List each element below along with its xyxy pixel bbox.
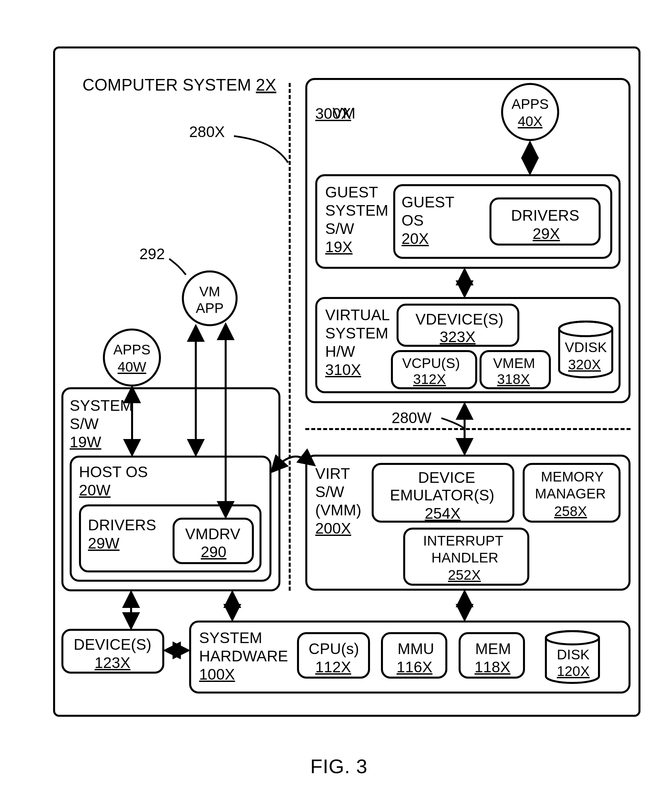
- guest-sw-l1: GUEST: [325, 183, 378, 201]
- vhw-ref: 310X: [325, 361, 361, 378]
- sys-sw-l2: S/W: [70, 415, 99, 433]
- guest-os-ref: 20X: [402, 230, 429, 247]
- guest-sw-l3: S/W: [325, 220, 354, 238]
- figure-caption: FIG. 3: [310, 755, 368, 778]
- disk-ref: 120X: [557, 663, 590, 679]
- syshw-l1: SYSTEM: [199, 629, 262, 647]
- devices-l1: DEVICE(S): [74, 635, 151, 653]
- syshw-ref: 100X: [199, 665, 235, 683]
- apps-40x-ref: 40X: [503, 113, 557, 129]
- mmu-ref: 116X: [397, 658, 432, 676]
- vm-app-circle: VM APP: [182, 271, 238, 326]
- inth-l2: HANDLER: [431, 550, 498, 566]
- vmem-l1: VMEM: [493, 355, 535, 372]
- guest-sw-l2: SYSTEM: [325, 202, 388, 219]
- computer-system-ref: 2X: [256, 76, 276, 94]
- guest-sw-ref: 19X: [325, 238, 352, 256]
- vmm-ref: 200X: [315, 519, 351, 537]
- vcpus-l1: VCPU(S): [402, 355, 460, 372]
- hostos-l1: HOST OS: [79, 463, 148, 481]
- hostos-ref: 20W: [79, 481, 111, 499]
- computer-system-label: COMPUTER SYSTEM: [82, 76, 251, 94]
- callout-280w: 280W: [392, 409, 431, 427]
- callout-280x: 280X: [189, 123, 225, 141]
- vdisk-l1: VDISK: [565, 339, 607, 356]
- vmem-ref: 318X: [497, 371, 530, 388]
- vdisk-ref: 320X: [568, 356, 601, 373]
- drivers-29x-l1: DRIVERS: [511, 207, 580, 224]
- vdevices-l1: VDEVICE(S): [415, 310, 503, 328]
- vmm-l3: (VMM): [315, 501, 361, 519]
- vhw-l3: H/W: [325, 343, 355, 360]
- vhw-l1: VIRTUAL: [325, 306, 390, 324]
- sys-sw-l1: SYSTEM: [70, 397, 133, 414]
- vmm-l1: VIRT: [315, 464, 350, 482]
- sys-sw-ref: 19W: [70, 433, 101, 451]
- vmapp-l2: APP: [184, 300, 235, 316]
- cpus-l1: CPU(s): [309, 640, 359, 658]
- apps-40w-circle: APPS 40W: [103, 328, 161, 387]
- mem-ref: 118X: [474, 658, 510, 676]
- horizontal-divider-280w: [305, 428, 630, 430]
- vdevices-ref: 323X: [440, 328, 476, 346]
- guest-os-l1: GUEST: [402, 193, 454, 211]
- callout-292: 292: [140, 245, 165, 263]
- devices-ref: 123X: [94, 654, 130, 672]
- vm-ref: 300X: [315, 104, 351, 123]
- inth-l1: INTERRUPT: [423, 533, 503, 549]
- mmu-l1: MMU: [398, 640, 434, 658]
- drivers-29w-l1: DRIVERS: [88, 516, 156, 534]
- vmdrv-ref: 290: [201, 543, 226, 561]
- inth-ref: 252X: [448, 567, 481, 583]
- vmapp-l1: VM: [184, 284, 235, 300]
- guest-os-l2: OS: [402, 211, 424, 229]
- apps-40x-circle: APPS 40X: [501, 83, 559, 141]
- memmgr-l2: MANAGER: [535, 486, 606, 502]
- apps-40w-ref: 40W: [105, 359, 159, 375]
- apps-40x-label: APPS: [503, 96, 557, 112]
- memmgr-ref: 258X: [554, 503, 587, 519]
- apps-40w-label: APPS: [105, 342, 159, 358]
- devemu-ref: 254X: [425, 504, 461, 522]
- vmm-l2: S/W: [315, 483, 344, 501]
- devemu-l2: EMULATOR(S): [390, 486, 494, 504]
- disk-l1: DISK: [557, 646, 590, 663]
- drivers-29x-ref: 29X: [533, 225, 560, 242]
- cpus-ref: 112X: [315, 658, 351, 676]
- drivers-29w-ref: 29W: [88, 534, 119, 552]
- computer-system-title: COMPUTER SYSTEM 2X: [64, 56, 276, 114]
- syshw-l2: HARDWARE: [199, 647, 288, 665]
- devemu-l1: DEVICE: [418, 469, 475, 486]
- memmgr-l1: MEMORY: [541, 469, 603, 485]
- vcpus-ref: 312X: [413, 371, 446, 388]
- vmdrv-l1: VMDRV: [185, 525, 240, 543]
- vertical-divider: [289, 83, 291, 591]
- mem-l1: MEM: [475, 640, 511, 658]
- vhw-l2: SYSTEM: [325, 324, 388, 342]
